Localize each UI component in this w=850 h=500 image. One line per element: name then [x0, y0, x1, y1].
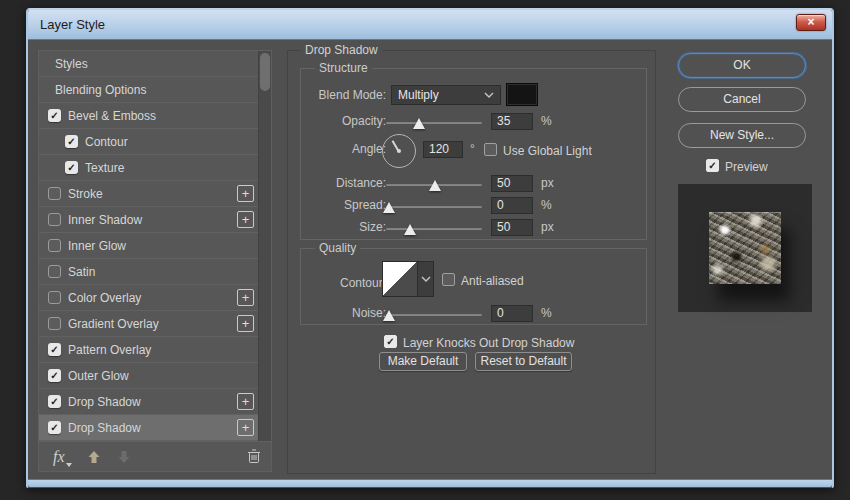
contour-label: Contour:	[292, 276, 386, 290]
ok-button[interactable]: OK	[678, 53, 806, 78]
new-style-button[interactable]: New Style...	[678, 123, 806, 148]
contour-dropdown-button[interactable]	[418, 261, 434, 297]
effect-checkbox[interactable]: ✓	[48, 109, 61, 122]
use-global-light-checkbox[interactable]	[484, 143, 497, 156]
effect-label: Pattern Overlay	[68, 343, 151, 357]
close-icon: ×	[807, 15, 814, 29]
duplicate-effect-button[interactable]: +	[237, 289, 254, 306]
effect-checkbox[interactable]: ✓	[48, 421, 61, 434]
effect-row-contour[interactable]: ✓Contour	[39, 129, 259, 155]
duplicate-effect-button[interactable]: +	[237, 419, 254, 436]
chevron-down-icon	[421, 276, 431, 282]
effects-list: StylesBlending Options✓Bevel & Emboss✓Co…	[39, 51, 271, 441]
effect-checkbox[interactable]	[48, 317, 61, 330]
distance-slider-thumb[interactable]	[429, 180, 441, 191]
effect-row-stroke[interactable]: Stroke+	[39, 181, 259, 207]
opacity-label: Opacity:	[292, 114, 386, 128]
effect-row-drop-shadow[interactable]: ✓Drop Shadow+	[39, 389, 259, 415]
effect-checkbox[interactable]	[48, 187, 61, 200]
reset-to-default-button[interactable]: Reset to Default	[475, 352, 572, 371]
effect-row-bevel-emboss[interactable]: ✓Bevel & Emboss	[39, 103, 259, 129]
size-slider[interactable]	[386, 227, 482, 230]
effect-label: Gradient Overlay	[68, 317, 159, 331]
effect-checkbox[interactable]	[48, 213, 61, 226]
duplicate-effect-button[interactable]: +	[237, 393, 254, 410]
effect-label: Outer Glow	[68, 369, 129, 383]
use-global-light-label: Use Global Light	[503, 144, 592, 158]
effect-row-styles[interactable]: Styles	[39, 51, 259, 77]
dialog-body: StylesBlending Options✓Bevel & Emboss✓Co…	[28, 40, 832, 479]
effect-row-outer-glow[interactable]: ✓Outer Glow	[39, 363, 259, 389]
effect-checkbox[interactable]: ✓	[48, 395, 61, 408]
spread-slider-thumb[interactable]	[383, 202, 395, 213]
move-effect-up-button[interactable]	[87, 450, 101, 464]
spread-slider[interactable]	[386, 205, 482, 208]
size-slider-thumb[interactable]	[404, 224, 416, 235]
layer-knocks-out-checkbox[interactable]: ✓	[384, 335, 397, 348]
blend-mode-select[interactable]: Multiply	[391, 85, 501, 105]
fx-caret-icon	[66, 463, 72, 467]
effect-row-drop-shadow[interactable]: ✓Drop Shadow+	[39, 415, 259, 441]
distance-input[interactable]: 50	[491, 175, 533, 192]
effect-row-pattern-overlay[interactable]: ✓Pattern Overlay	[39, 337, 259, 363]
noise-input[interactable]: 0	[491, 305, 533, 322]
opacity-slider-thumb[interactable]	[413, 118, 425, 129]
duplicate-effect-button[interactable]: +	[237, 185, 254, 202]
effect-row-inner-glow[interactable]: Inner Glow	[39, 233, 259, 259]
effect-checkbox[interactable]: ✓	[48, 369, 61, 382]
scrollbar-thumb[interactable]	[260, 53, 270, 91]
effect-label: Styles	[55, 57, 88, 71]
dialog-titlebar[interactable]: Layer Style ×	[28, 10, 832, 40]
noise-slider-thumb[interactable]	[383, 310, 395, 321]
effect-label: Bevel & Emboss	[68, 109, 156, 123]
effects-scrollbar[interactable]	[258, 51, 271, 441]
spread-row: Spread: 0 %	[288, 197, 655, 215]
noise-slider[interactable]	[386, 313, 482, 316]
contour-picker[interactable]	[382, 261, 418, 297]
duplicate-effect-button[interactable]: +	[237, 211, 254, 228]
shadow-color-swatch[interactable]	[506, 83, 538, 106]
move-effect-down-button[interactable]	[117, 450, 131, 464]
effect-row-inner-shadow[interactable]: Inner Shadow+	[39, 207, 259, 233]
effect-checkbox[interactable]	[48, 291, 61, 304]
anti-aliased-label: Anti-aliased	[461, 274, 524, 288]
anti-aliased-checkbox[interactable]	[442, 273, 455, 286]
effect-checkbox[interactable]	[48, 265, 61, 278]
make-default-button[interactable]: Make Default	[379, 352, 467, 371]
opacity-slider[interactable]	[386, 121, 482, 124]
effect-label: Color Overlay	[68, 291, 141, 305]
opacity-input[interactable]: 35	[491, 113, 533, 130]
spread-input[interactable]: 0	[491, 197, 533, 214]
distance-slider[interactable]	[386, 183, 482, 186]
chevron-down-icon	[484, 92, 494, 98]
delete-effect-button[interactable]	[247, 449, 261, 464]
close-button[interactable]: ×	[796, 14, 826, 31]
quality-legend: Quality	[315, 241, 360, 255]
effect-row-color-overlay[interactable]: Color Overlay+	[39, 285, 259, 311]
effect-row-texture[interactable]: ✓Texture	[39, 155, 259, 181]
preview-checkbox[interactable]: ✓	[706, 159, 719, 172]
effect-checkbox[interactable]: ✓	[65, 161, 78, 174]
effect-label: Inner Glow	[68, 239, 126, 253]
size-unit: px	[541, 220, 554, 234]
size-label: Size:	[292, 220, 386, 234]
noise-label: Noise:	[292, 306, 386, 320]
effect-checkbox[interactable]	[48, 239, 61, 252]
effect-checkbox[interactable]: ✓	[65, 135, 78, 148]
effect-row-satin[interactable]: Satin	[39, 259, 259, 285]
angle-input[interactable]: 120	[423, 141, 463, 158]
preview-label: Preview	[725, 160, 768, 174]
effect-row-gradient-overlay[interactable]: Gradient Overlay+	[39, 311, 259, 337]
duplicate-effect-button[interactable]: +	[237, 315, 254, 332]
noise-row: Noise: 0 %	[288, 305, 655, 323]
add-effect-fx-button[interactable]: fx	[53, 448, 71, 466]
preview-texture-thumbnail	[709, 212, 781, 284]
effect-row-blending-options[interactable]: Blending Options	[39, 77, 259, 103]
cancel-button[interactable]: Cancel	[678, 87, 806, 112]
blend-mode-label: Blend Mode:	[292, 88, 386, 102]
effect-checkbox[interactable]: ✓	[48, 343, 61, 356]
distance-label: Distance:	[292, 176, 386, 190]
size-input[interactable]: 50	[491, 219, 533, 236]
dialog-title: Layer Style	[28, 10, 832, 39]
effects-toolbar: fx	[39, 441, 271, 471]
